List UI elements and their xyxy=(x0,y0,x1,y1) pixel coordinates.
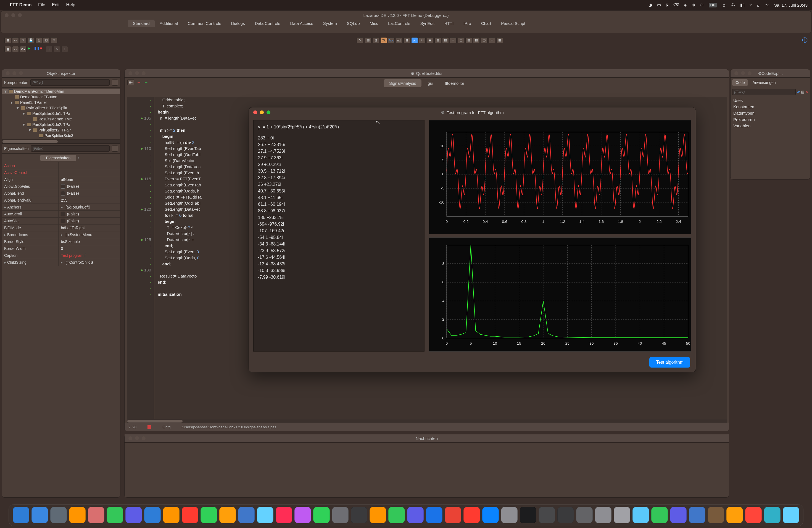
dock-app-icon[interactable] xyxy=(745,507,762,523)
dock-app-icon[interactable] xyxy=(182,507,198,523)
step-out-button[interactable]: ⤴ xyxy=(61,46,68,52)
tlabel-icon[interactable]: Abc xyxy=(388,37,395,43)
dock-app-icon[interactable] xyxy=(633,507,649,523)
editor-h-scrollbar[interactable] xyxy=(127,419,727,423)
palette-tab-pascal-script[interactable]: Pascal Script xyxy=(496,19,530,27)
filter-toggle-button[interactable] xyxy=(112,146,118,151)
menu-help[interactable]: Help xyxy=(66,2,75,8)
dock-app-icon[interactable] xyxy=(651,507,668,523)
status-icon[interactable]: ◑ xyxy=(649,2,652,8)
property-row[interactable]: CaptionTest program f xyxy=(2,252,120,259)
zoom-icon[interactable] xyxy=(266,111,271,114)
bluetooth-icon[interactable]: ⁂ xyxy=(731,2,735,8)
dock-app-icon[interactable] xyxy=(388,507,405,523)
palette-tab-rtti[interactable]: RTTI xyxy=(439,19,459,27)
dock-app-icon[interactable] xyxy=(689,507,706,523)
components-filter-input[interactable] xyxy=(30,79,110,86)
run-button[interactable]: ▶ xyxy=(28,46,33,51)
user-icon[interactable]: ☺ xyxy=(722,3,726,8)
new-unit-button[interactable]: ▦ xyxy=(4,37,11,43)
app-name[interactable]: FFT Demo xyxy=(10,2,31,8)
code-explorer-item[interactable]: Variablen xyxy=(733,122,807,129)
tree-item[interactable]: PairSplitterSide3 xyxy=(2,133,120,138)
save-button[interactable]: 💾 xyxy=(28,37,34,43)
dock-app-icon[interactable] xyxy=(88,507,104,523)
palette-tab-common-controls[interactable]: Common Controls xyxy=(183,19,226,27)
refresh-icon[interactable]: ⟳ xyxy=(797,90,800,94)
dock-app-icon[interactable] xyxy=(595,507,611,523)
component-tree[interactable]: ▼DemoMainForm: TDemoMairDemoButton: TBut… xyxy=(2,88,120,140)
tradiogroup-icon[interactable]: ▤ xyxy=(465,37,472,43)
palette-tab-dialogs[interactable]: Dialogs xyxy=(226,19,250,27)
tab-overflow-indicator[interactable]: › xyxy=(76,155,82,161)
code-explorer-titlebar[interactable]: ⚙ CodeExpl... xyxy=(730,69,810,78)
mode-icon[interactable]: ✕ xyxy=(806,90,808,94)
tactionlist-icon[interactable]: ▦ xyxy=(496,37,503,43)
dock-app-icon[interactable] xyxy=(764,507,781,523)
dock-app-icon[interactable] xyxy=(219,507,236,523)
ide-window-titlebar[interactable]: Lazarus-IDE v2.2.6 - FFT Demo (Debuggen.… xyxy=(1,11,811,19)
property-row[interactable]: ActiveControl xyxy=(2,169,120,176)
palette-tab-data-controls[interactable]: Data Controls xyxy=(250,19,285,27)
control-center-icon[interactable]: ⌥ xyxy=(765,2,769,8)
tree-item[interactable]: ▼DemoMainForm: TDemoMair xyxy=(2,89,120,94)
property-row[interactable]: AlignalNone xyxy=(2,176,120,183)
palette-tab-sqldb[interactable]: SQLdb xyxy=(342,19,365,27)
dock-app-icon[interactable] xyxy=(670,507,686,523)
object-inspector-titlebar[interactable]: Objektinspektor xyxy=(2,69,120,78)
code-explorer-item[interactable]: Prozeduren xyxy=(733,116,807,122)
dock-app-icon[interactable] xyxy=(13,507,29,523)
code-explorer-tab[interactable]: Code xyxy=(732,79,748,86)
tmemo-icon[interactable]: ▦ xyxy=(404,37,410,43)
dock-app-icon[interactable] xyxy=(31,507,48,523)
tpopupmenu-icon[interactable]: ▥ xyxy=(373,37,379,43)
tedit-icon[interactable]: ab| xyxy=(396,37,402,43)
properties-filter-input[interactable] xyxy=(31,145,110,151)
help-info-icon[interactable]: ⓘ xyxy=(802,36,808,44)
results-memo[interactable]: y := 1 + 10*sin(2*pi*5*t) + 4*sin(2*pi*2… xyxy=(253,120,424,352)
dock-app-icon[interactable] xyxy=(539,507,555,523)
dock-app-icon[interactable] xyxy=(257,507,273,523)
tree-item[interactable]: ▼Panel1: TPanel xyxy=(2,100,120,105)
tcheckgroup-icon[interactable]: ▤ xyxy=(473,37,480,43)
new-form-button[interactable]: ▢ xyxy=(43,37,50,43)
view-units-button[interactable]: ▦ xyxy=(4,46,11,52)
dock-app-icon[interactable] xyxy=(501,507,518,523)
menu-edit[interactable]: Edit xyxy=(52,2,60,8)
step-over-button[interactable]: ⤵ xyxy=(46,46,53,52)
property-row[interactable]: AutoScroll (False) xyxy=(2,211,120,218)
dock-app-icon[interactable] xyxy=(50,507,67,523)
options-icon[interactable]: ▤ xyxy=(801,90,804,94)
tree-item[interactable]: ▼PairSplitterSide2: TPa xyxy=(2,122,120,127)
dock-app-icon[interactable] xyxy=(106,507,123,523)
property-row[interactable]: ▸BorderIcons▸[biSystemMenu xyxy=(2,231,120,238)
stop-button[interactable]: ■ xyxy=(40,46,45,51)
minimize-icon[interactable] xyxy=(260,111,264,114)
navigate-forward-button[interactable]: → xyxy=(144,80,148,85)
property-row[interactable]: AlphaBlendValu255 xyxy=(2,197,120,204)
dock-app-icon[interactable] xyxy=(238,507,255,523)
dock-app-icon[interactable] xyxy=(426,507,443,523)
palette-tab-lazcontrols[interactable]: LazControls xyxy=(383,19,415,27)
dock-app-icon[interactable] xyxy=(163,507,179,523)
editor-tab[interactable]: fftdemo.lpr xyxy=(439,79,470,87)
dock-app-icon[interactable] xyxy=(144,507,161,523)
tscrollbar-icon[interactable]: ━ xyxy=(450,37,456,43)
tree-item[interactable]: DemoButton: TButton xyxy=(2,94,120,100)
status-icon[interactable]: ⎈ xyxy=(684,3,686,8)
tree-item[interactable]: ▼PairSplitter2: TPair xyxy=(2,127,120,133)
code-explorer-tab[interactable]: Anweisungen xyxy=(749,79,779,86)
dock-app-icon[interactable] xyxy=(482,507,499,523)
status-icon[interactable]: ⊙ xyxy=(700,2,704,8)
save-all-button[interactable]: ⎘ xyxy=(35,37,42,43)
tframe-icon[interactable]: ▭ xyxy=(489,37,495,43)
dock-app-icon[interactable] xyxy=(463,507,480,523)
property-row[interactable]: AllowDropFiles (False) xyxy=(2,183,120,190)
cursor-tool-icon[interactable]: ↖ xyxy=(357,37,363,43)
test-algorithm-button[interactable]: Test algorithm xyxy=(649,357,690,368)
line-number-gutter[interactable]: · · · ● 105· · · · ● 110· · · · ● 115· ·… xyxy=(127,97,155,420)
property-grid[interactable]: ActionActiveControlAlignalNoneAllowDropF… xyxy=(2,162,120,266)
editor-tab[interactable]: SignalAnalysis xyxy=(383,79,422,87)
dock-app-icon[interactable] xyxy=(708,507,724,523)
palette-tab-additional[interactable]: Additional xyxy=(155,19,183,27)
